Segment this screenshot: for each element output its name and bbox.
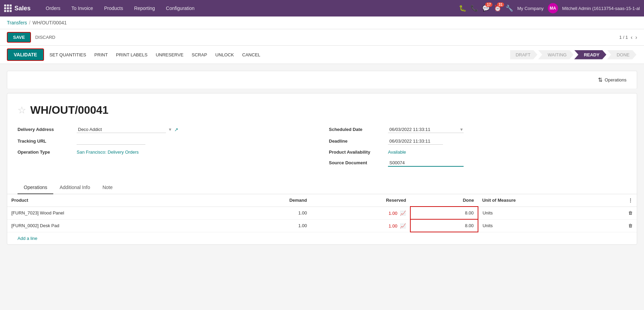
prev-arrow[interactable]: ‹: [631, 34, 632, 41]
trend-icon-1: 📈: [400, 210, 406, 216]
tracking-url-label: Tracking URL: [18, 139, 73, 144]
product-availability-value: Available: [388, 150, 406, 155]
pagination-count: 1 / 1: [619, 35, 628, 40]
delivery-address-field: Deco Addict ▼ ↗: [77, 126, 178, 133]
th-reserved: Reserved: [311, 194, 410, 207]
form-body: Delivery Address Deco Addict ▼ ↗ Trackin…: [18, 126, 626, 171]
scheduled-date-arrow: ▼: [459, 127, 464, 132]
unlock-button[interactable]: UNLOCK: [213, 50, 237, 59]
company-name: My Company: [517, 6, 544, 11]
operation-type-group: Operation Type San Francisco: Delivery O…: [18, 150, 315, 155]
app-logo[interactable]: Sales: [4, 4, 36, 12]
th-done: Done: [410, 194, 478, 207]
breadcrumb: Transfers / WH/OUT/00041: [0, 16, 644, 29]
operations-button[interactable]: ⇅ Operations: [595, 75, 630, 85]
record-header: ☆ WH/OUT/00041: [18, 104, 626, 117]
deadline-value[interactable]: 06/03/2022 11:33:11: [388, 138, 443, 145]
add-line-button[interactable]: Add a line: [7, 232, 637, 244]
status-ready: READY: [574, 50, 607, 59]
delivery-address-value[interactable]: Deco Addict: [77, 126, 166, 133]
operations-table-container: Product Demand Reserved Done Unit of Mea…: [7, 194, 637, 244]
reserved-2: 1.00 📈: [311, 219, 410, 232]
product-1[interactable]: [FURN_7023] Wood Panel: [7, 207, 221, 219]
menu-to-invoice[interactable]: To Invoice: [66, 0, 99, 16]
product-2[interactable]: [FURN_0002] Desk Pad: [7, 219, 221, 232]
breadcrumb-current: WH/OUT/00041: [33, 20, 67, 25]
top-card: ⇅ Operations: [7, 71, 637, 89]
print-button[interactable]: PRINT: [92, 50, 111, 59]
delivery-address-group: Delivery Address Deco Addict ▼ ↗: [18, 126, 315, 133]
operations-table: Product Demand Reserved Done Unit of Mea…: [7, 194, 637, 232]
next-arrow[interactable]: ›: [635, 34, 637, 41]
table-row: [FURN_7023] Wood Panel 1.00 1.00 📈 8.00 …: [7, 207, 637, 219]
dropdown-arrow-icon: ▼: [168, 127, 172, 132]
status-waiting: WAITING: [538, 50, 574, 59]
save-button[interactable]: SAVE: [7, 32, 31, 43]
favorite-star-icon[interactable]: ☆: [18, 104, 26, 116]
form-right: Scheduled Date 06/03/2022 11:33:11 ▼ Dea…: [329, 126, 626, 171]
top-navigation: Sales Orders To Invoice Products Reporti…: [0, 0, 644, 16]
form-card: ☆ WH/OUT/00041 Delivery Address Deco Add…: [7, 93, 637, 245]
product-availability-group: Product Availability Available: [329, 150, 626, 155]
menu-configuration[interactable]: Configuration: [160, 0, 200, 16]
toolbar-right: DRAFT WAITING READY DONE: [510, 50, 637, 59]
tab-note[interactable]: Note: [96, 181, 119, 194]
delivery-address-label: Delivery Address: [18, 127, 73, 132]
delete-2[interactable]: 🗑: [624, 219, 637, 232]
uom-2[interactable]: Units: [478, 219, 624, 232]
status-pipeline: DRAFT WAITING READY DONE: [510, 50, 637, 59]
menu-products[interactable]: Products: [99, 0, 129, 16]
sort-icon: ⇅: [598, 77, 602, 83]
deadline-label: Deadline: [329, 139, 384, 144]
th-uom: Unit of Measure: [478, 194, 624, 207]
unreserve-button[interactable]: UNRESERVE: [153, 50, 186, 59]
source-document-group: Source Document: [329, 159, 626, 167]
breadcrumb-separator: /: [29, 20, 31, 25]
tracking-url-input[interactable]: [77, 138, 145, 145]
tools-icon[interactable]: 🔧: [506, 4, 513, 12]
form-left: Delivery Address Deco Addict ▼ ↗ Trackin…: [18, 126, 315, 171]
cancel-button[interactable]: CANCEL: [240, 50, 263, 59]
tab-additional-info[interactable]: Additional Info: [53, 181, 96, 194]
menu-orders[interactable]: Orders: [40, 0, 66, 16]
clock-badge: 31: [497, 2, 504, 7]
menu-reporting[interactable]: Reporting: [129, 0, 160, 16]
th-product: Product: [7, 194, 221, 207]
external-link-icon[interactable]: ↗: [174, 127, 178, 132]
avatar[interactable]: MA: [548, 3, 558, 13]
uom-1[interactable]: Units: [478, 207, 624, 219]
done-1[interactable]: 8.00: [410, 207, 478, 219]
validate-button[interactable]: VALIDATE: [7, 48, 44, 61]
action-bar: SAVE DISCARD 1 / 1 ‹ ›: [0, 29, 644, 46]
set-quantities-button[interactable]: SET QUANTITIES: [47, 50, 89, 59]
done-2[interactable]: 8.00: [410, 219, 478, 232]
discard-button[interactable]: DISCARD: [35, 35, 55, 40]
deadline-group: Deadline 06/03/2022 11:33:11: [329, 138, 626, 145]
tab-operations[interactable]: Operations: [18, 181, 53, 194]
operation-type-value[interactable]: San Francisco: Delivery Orders: [77, 150, 139, 155]
print-labels-button[interactable]: PRINT LABELS: [113, 50, 151, 59]
demand-1: 1.00: [221, 207, 311, 219]
form-tabs: Operations Additional Info Note: [7, 181, 637, 194]
breadcrumb-parent[interactable]: Transfers: [7, 20, 27, 25]
clock-icon[interactable]: ⏰ 31: [494, 4, 501, 12]
phone-icon[interactable]: 📞: [470, 4, 478, 12]
nav-right: 🐛 📞 💬 17 ⏰ 31 🔧 My Company MA Mitchell A…: [459, 3, 640, 13]
top-menu: Orders To Invoice Products Reporting Con…: [40, 0, 200, 16]
product-availability-label: Product Availability: [329, 150, 384, 155]
source-document-label: Source Document: [329, 160, 384, 165]
demand-2: 1.00: [221, 219, 311, 232]
chat-icon[interactable]: 💬 17: [482, 4, 490, 12]
scheduled-date-group: Scheduled Date 06/03/2022 11:33:11 ▼: [329, 126, 626, 133]
delete-1[interactable]: 🗑: [624, 207, 637, 219]
grid-icon: [4, 4, 12, 12]
status-draft: DRAFT: [510, 50, 537, 59]
chat-badge: 17: [485, 2, 492, 7]
scheduled-date-value[interactable]: 06/03/2022 11:33:11: [388, 126, 432, 133]
debug-icon[interactable]: 🐛: [459, 4, 466, 12]
pagination: 1 / 1 ‹ ›: [619, 34, 637, 41]
operation-type-label: Operation Type: [18, 150, 73, 155]
reserved-1: 1.00 📈: [311, 207, 410, 219]
source-document-input[interactable]: [388, 159, 464, 167]
scrap-button[interactable]: SCRAP: [189, 50, 210, 59]
